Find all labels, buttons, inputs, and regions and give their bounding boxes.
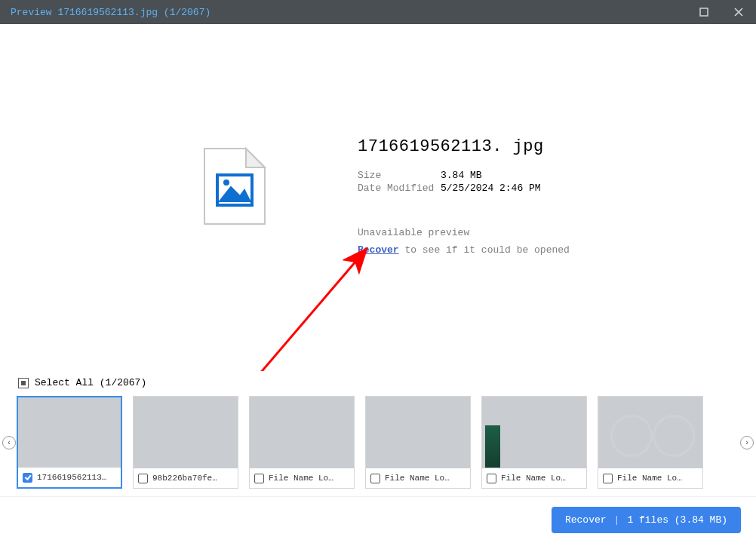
thumbnail-label: 1716619562113… (37, 473, 106, 482)
recover-link[interactable]: Recover (358, 244, 399, 256)
size-value: 3.84 MB (441, 170, 541, 183)
preview-area: 1716619562113. jpg Size 3.84 MB Date Mod… (0, 24, 756, 362)
thumbnail-caption: File Name Lo… (250, 468, 354, 488)
footer: Recover | 1 files (3.84 MB) (0, 496, 756, 543)
preview-zone: 1716619562113. jpg Size 3.84 MB Date Mod… (0, 24, 756, 362)
file-name: 1716619562113. jpg (358, 137, 720, 156)
next-thumb-button[interactable]: › (740, 436, 754, 449)
thumbnail-checkbox[interactable] (487, 474, 496, 483)
thumbnail-checkbox[interactable] (603, 474, 613, 483)
thumbnail-checkbox[interactable] (370, 474, 380, 483)
thumbnail[interactable]: 1716619562113… (17, 396, 122, 489)
recover-button-summary: 1 files (3.84 MB) (627, 514, 727, 526)
thumbnail-caption: 98b226ba70fe… (134, 468, 238, 488)
close-button[interactable] (721, 0, 756, 24)
thumbnail[interactable]: File Name Lo… (598, 396, 703, 489)
size-label: Size (358, 170, 441, 183)
maximize-button[interactable] (687, 0, 721, 24)
thumbnail-image (366, 397, 470, 468)
recover-button[interactable]: Recover | 1 files (3.84 MB) (552, 507, 741, 533)
unavailable-preview-text: Unavailable preview (358, 227, 720, 238)
thumbnail-caption: File Name Lo… (482, 468, 586, 488)
thumbnail-caption: File Name Lo… (598, 468, 702, 488)
thumbnail[interactable]: 98b226ba70fe… (133, 396, 238, 489)
thumbnail-strip: ‹ › 1716619562113…98b226ba70fe…File Name… (17, 396, 739, 489)
date-modified-value: 5/25/2024 2:46 PM (441, 183, 541, 195)
recover-hint: Recover to see if it could be opened (358, 244, 720, 256)
recover-button-label: Recover (565, 514, 607, 526)
thumbnail[interactable]: File Name Lo… (365, 396, 471, 489)
window-title: Preview 1716619562113.jpg (1/2067) (11, 7, 687, 18)
select-all-checkbox[interactable] (18, 378, 29, 388)
thumbnail-label: File Name Lo… (617, 474, 682, 483)
select-all-row[interactable]: Select All (1/2067) (17, 371, 739, 396)
thumbnail-image (250, 397, 354, 468)
thumbnail-image (482, 397, 586, 468)
thumbnail-caption: 1716619562113… (18, 468, 121, 487)
thumbnail-image (598, 397, 702, 468)
thumbnail-checkbox[interactable] (23, 473, 32, 483)
thumbnail-checkbox[interactable] (138, 474, 148, 483)
file-icon (201, 145, 269, 228)
svg-point-4 (223, 179, 229, 186)
thumbnail-label: File Name Lo… (501, 474, 566, 483)
separator: | (614, 514, 620, 526)
svg-marker-2 (246, 149, 265, 167)
file-metadata: 1716619562113. jpg Size 3.84 MB Date Mod… (358, 137, 720, 256)
thumbnail-checkbox[interactable] (254, 474, 264, 483)
thumbnail-panel: Select All (1/2067) ‹ › 1716619562113…98… (0, 371, 756, 496)
thumbnail-image (134, 397, 238, 468)
select-all-label: Select All (1/2067) (35, 377, 146, 388)
thumbnail-image (18, 397, 121, 468)
thumbnail-label: File Name Lo… (269, 474, 333, 483)
thumbnail-label: 98b226ba70fe… (152, 474, 217, 483)
titlebar: Preview 1716619562113.jpg (1/2067) (0, 0, 756, 24)
thumbnail[interactable]: File Name Lo… (249, 396, 355, 489)
recover-tail: to see if it could be opened (399, 244, 570, 256)
prev-thumb-button[interactable]: ‹ (2, 436, 16, 449)
svg-rect-0 (700, 8, 708, 16)
thumbnail[interactable]: File Name Lo… (481, 396, 587, 489)
thumbnail-caption: File Name Lo… (366, 468, 470, 488)
thumbnail-label: File Name Lo… (385, 474, 450, 483)
date-modified-label: Date Modified (358, 183, 441, 195)
